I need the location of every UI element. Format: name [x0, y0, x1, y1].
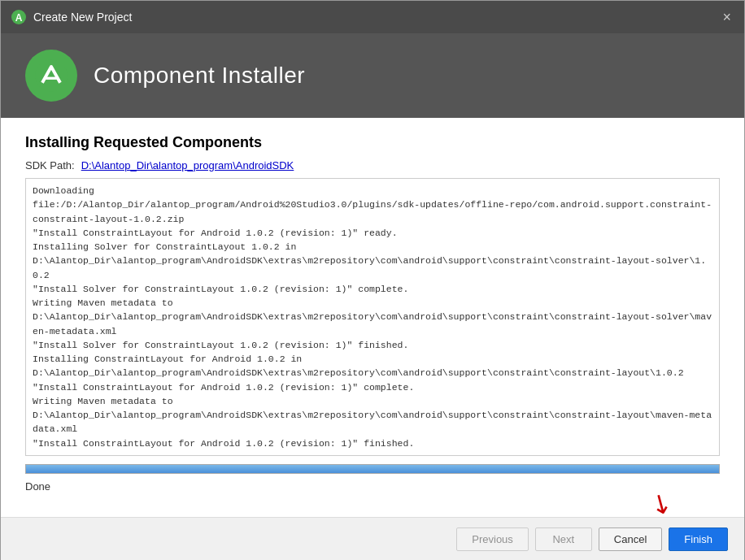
title-bar: A Create New Project × [1, 1, 744, 33]
cancel-button[interactable]: Cancel [599, 527, 662, 551]
previous-button[interactable]: Previous [456, 527, 529, 551]
next-button[interactable]: Next [535, 527, 592, 551]
window-icon: A [11, 9, 27, 25]
svg-point-2 [35, 59, 68, 92]
close-button[interactable]: × [719, 8, 734, 26]
button-row: ↘ Previous Next Cancel Finish [1, 517, 744, 560]
progress-bar-fill [26, 465, 719, 473]
svg-text:A: A [15, 12, 23, 24]
sdk-path-label: SDK Path: [25, 159, 75, 171]
main-dialog: A Create New Project × Component Install… [0, 0, 745, 560]
log-output: Downloading file:/D:/Alantop_Dir/alantop… [25, 178, 720, 456]
title-bar-left: A Create New Project [11, 9, 132, 25]
content-area: Installing Requested Components SDK Path… [1, 118, 744, 517]
sdk-path-row: SDK Path: D:\Alantop_Dir\alantop_program… [25, 159, 720, 171]
header-title: Component Installer [94, 63, 305, 89]
status-text: Done [25, 480, 720, 493]
header-section: Component Installer [1, 33, 744, 118]
android-logo-icon [33, 58, 69, 93]
progress-bar-container [25, 464, 720, 474]
logo-container [25, 50, 77, 102]
sdk-path-value: D:\Alantop_Dir\alantop_program\AndroidSD… [81, 159, 294, 171]
finish-button[interactable]: Finish [669, 527, 728, 551]
section-title: Installing Requested Components [25, 134, 720, 151]
window-title: Create New Project [33, 11, 132, 24]
